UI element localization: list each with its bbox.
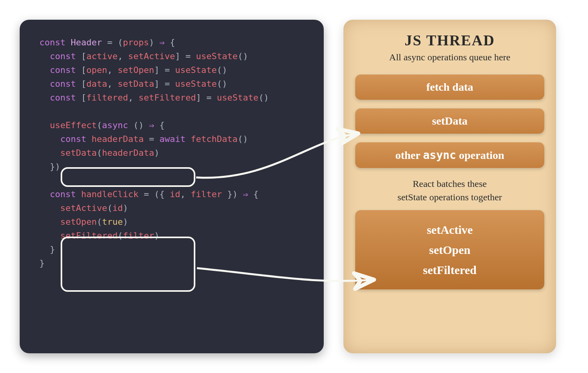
diagram-container: const Header = (props) ⇒ { const [active… — [0, 0, 588, 373]
code-line: const [active, setActive] = useState() — [39, 49, 304, 63]
batch-item: setOpen — [363, 240, 536, 260]
code-line — [39, 104, 304, 118]
code-line: setActive(id) — [39, 201, 304, 215]
code-line: const [filtered, setFiltered] = useState… — [39, 91, 304, 104]
code-line: setOpen(true) — [39, 215, 304, 229]
code-line: }) — [39, 160, 304, 173]
code-line — [39, 173, 304, 187]
code-line: const [data, setData] = useState() — [39, 77, 304, 91]
code-line: useEffect(async () ⇒ { — [39, 118, 304, 132]
code-line: } — [39, 242, 304, 256]
code-line: const handleClick = ({ id, filter }) ⇒ { — [39, 187, 304, 201]
code-panel: const Header = (props) ⇒ { const [active… — [20, 20, 324, 353]
code-line: const headerData = await fetchData() — [39, 132, 304, 146]
queue-item: other async operation — [355, 142, 544, 168]
queue-item: fetch data — [355, 75, 544, 100]
queue-item: setData — [355, 108, 544, 134]
batch-item: setActive — [363, 220, 536, 240]
batch-box: setActivesetOpensetFiltered — [355, 210, 544, 289]
code-line: const Header = (props) ⇒ { — [39, 35, 304, 49]
thread-panel: JS THREAD All async operations queue her… — [343, 20, 556, 353]
thread-title: JS THREAD — [355, 32, 544, 49]
code-line: } — [39, 256, 304, 270]
thread-subtitle: All async operations queue here — [355, 52, 544, 63]
code-line: setData(headerData) — [39, 146, 304, 160]
code-line: const [open, setOpen] = useState() — [39, 63, 304, 77]
batch-item: setFiltered — [363, 260, 536, 280]
batch-label: React batches thesesetState operations t… — [355, 177, 544, 204]
code-line: setFiltered(filter) — [39, 229, 304, 242]
